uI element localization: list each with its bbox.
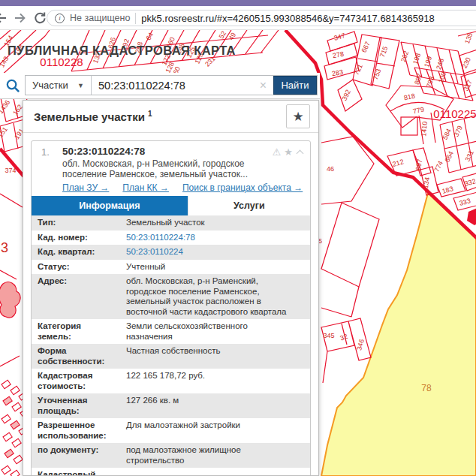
map-parcel-label: 0110225 [433,107,476,120]
result-index: 1. [41,146,50,158]
map-parcel-label: 78 [421,383,432,393]
result-cadastral-number: 50:23:0110224:78 [62,146,303,158]
info-row: Уточненная площадь:127 266 кв. м [32,393,310,418]
result-link-0[interactable]: План ЗУ → [62,182,109,193]
info-table: Тип:Земельный участокКад. номер:50:23:01… [32,215,310,476]
panel-title: Земельные участки 1 [34,110,152,123]
search-input[interactable] [92,76,253,95]
star-icon[interactable]: ★ [284,146,293,158]
info-row-label: Кадастровый инженер: [38,470,126,476]
info-row-value: Учтенный [126,262,304,273]
result-card: 1. 50:23:0110224:78 ⚠ ★ обл. Московская,… [31,140,311,476]
search-category-select[interactable]: Участки ▼ [26,76,92,95]
map-parcel-label: 1410 [420,121,429,137]
info-row: Кадастровая стоимость:122 165 178,72 руб… [32,369,310,393]
site-info-icon[interactable]: i [55,14,65,23]
info-row: Кадастровый инженер:- [32,468,310,476]
info-row-label: Разрешенное использование: [38,420,126,441]
omnibox-divider [135,13,136,24]
info-row: Тип:Земельный участок [32,215,310,230]
info-row-value: обл. Московская, р-н Раменский, городско… [126,276,304,317]
info-row-label: Кадастровая стоимость: [38,371,126,391]
tabs-bar: ИнформацияУслуги [32,196,310,215]
star-icon: ★ [292,109,303,125]
result-item[interactable]: 1. 50:23:0110224:78 ⚠ ★ обл. Московская,… [32,141,310,196]
map-parcel-label: 345 [323,332,334,339]
info-row: Кад. номер:50:23:0110224:78 [32,230,310,246]
panel-header: Земельные участки 1 ★ [23,101,318,133]
map-parcel-label: 3 [1,240,8,255]
security-status: Не защищено [70,13,130,23]
clear-search-icon[interactable]: × [253,79,273,92]
browser-toolbar: i Не защищено pkk5.rosreestr.ru/#x=42605… [0,6,476,30]
info-row-label: Кад. номер: [38,233,126,243]
tab-services[interactable]: Услуги [188,196,310,215]
results-panel: Земельные участки 1 ★ 1. 50:23:0110224:7… [23,100,319,476]
info-row-value[interactable]: 50:23:0110224 [126,247,304,258]
result-link-2[interactable]: Поиск в границах объекта → [182,182,303,193]
info-row-label: Тип: [38,218,126,228]
info-row-value: Частная собственность [126,346,304,366]
search-submit-button[interactable]: Найти [273,76,317,95]
result-item-icons: ⚠ ★ [273,146,303,158]
caret-down-icon: ▼ [77,82,84,89]
info-row-value: Земли сельскохозяйственного назначения [126,321,304,342]
window-titlebar [0,0,476,6]
browser-window: { "browser": { "security_label": "Не защ… [0,0,476,476]
search-bar: Участки ▼ × Найти [0,73,320,99]
info-row-value[interactable]: 50:23:0110224:78 [126,233,304,243]
info-row-label: Категория земель: [38,321,126,342]
info-row-label: Кад. квартал: [38,247,126,258]
info-row: Форма собственности:Частная собственност… [32,344,310,369]
warning-icon[interactable]: ⚠ [273,146,282,158]
info-row-value: - [126,470,304,476]
info-row-value: 127 266 кв. м [126,396,304,416]
info-row-label: Адрес: [38,276,126,317]
info-row: Адрес:обл. Московская, р-н Раменский, го… [32,274,310,319]
info-row-label: по документу: [38,445,126,465]
search-group: Участки ▼ × Найти [25,75,318,95]
info-row: Разрешенное использование:Для малоэтажно… [32,418,310,443]
info-row: по документу:под малоэтажное жилищное ст… [32,443,310,468]
panel-body: 1. 50:23:0110224:78 ⚠ ★ обл. Московская,… [23,133,318,476]
info-row-label: Форма собственности: [38,346,126,366]
info-row-value: под малоэтажное жилищное строительство [126,445,304,465]
site-title: ПУБЛИЧНАЯ КАДАСТРОВАЯ КАРТА [8,44,236,58]
info-row-label: Уточненная площадь: [38,396,126,416]
info-row-label: Статус: [38,262,126,273]
info-row: Кад. квартал:50:23:0110224 [32,245,310,260]
url-text[interactable]: pkk5.rosreestr.ru/#x=4260515.993088546&y… [141,13,434,24]
search-category-label: Участки [32,80,68,91]
info-row-value: Земельный участок [126,218,304,228]
tab-information[interactable]: Информация [32,196,188,215]
info-row-value: Для малоэтажной застройки [126,420,304,441]
info-row: Статус:Учтенный [32,260,310,275]
address-bar[interactable]: i Не защищено pkk5.rosreestr.ru/#x=42605… [47,10,476,26]
chevron-up-icon[interactable] [297,149,304,157]
map-parcel-label: 46 [327,165,334,173]
result-links: План ЗУ →План КК →Поиск в границах объек… [62,182,303,193]
result-link-1[interactable]: План КК → [122,182,169,193]
search-icon[interactable] [5,78,21,94]
forward-icon[interactable] [13,11,28,26]
result-address-preview: обл. Московская, р-н Раменский, городско… [62,159,264,179]
result-count: 1 [148,110,152,118]
info-row-value: 122 165 178,72 руб. [126,371,304,391]
reload-icon[interactable] [32,11,47,26]
info-row: Категория земель:Земли сельскохозяйствен… [32,319,310,344]
favorites-button[interactable]: ★ [286,104,310,128]
map-parcel-label: 374 [5,167,16,174]
back-icon[interactable] [0,11,8,26]
